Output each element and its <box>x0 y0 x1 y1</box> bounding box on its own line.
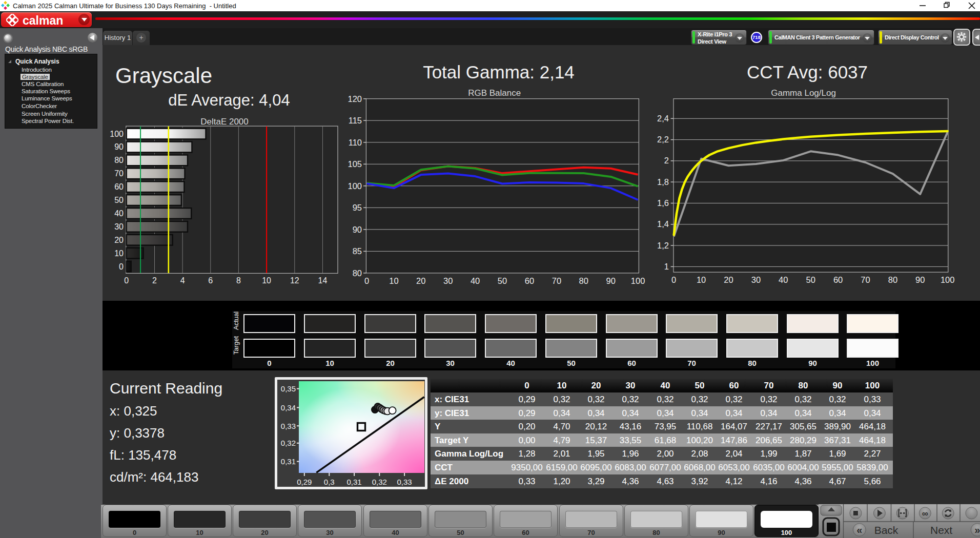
svg-text:50: 50 <box>806 275 815 284</box>
svg-text:100: 100 <box>348 181 362 191</box>
svg-text:Next: Next <box>930 524 952 536</box>
svg-text:0,3: 0,3 <box>324 478 335 486</box>
svg-text:6: 6 <box>208 276 213 285</box>
svg-text:10: 10 <box>389 276 398 285</box>
svg-text:0,34: 0,34 <box>281 403 296 412</box>
svg-text:80: 80 <box>888 275 897 284</box>
svg-text:10: 10 <box>697 275 706 284</box>
svg-text:2,4: 2,4 <box>657 114 669 123</box>
svg-text:20: 20 <box>724 275 733 284</box>
svg-text:100: 100 <box>631 276 645 285</box>
svg-text:40: 40 <box>471 276 480 285</box>
svg-text:10: 10 <box>262 276 271 285</box>
svg-text:20: 20 <box>416 276 425 285</box>
svg-text:0,32: 0,32 <box>281 439 296 447</box>
svg-text:90: 90 <box>353 225 362 234</box>
svg-text:90: 90 <box>915 275 925 284</box>
svg-text:«: « <box>856 524 862 535</box>
svg-text:70: 70 <box>114 169 124 178</box>
svg-text:30: 30 <box>443 276 453 285</box>
svg-text:0,29: 0,29 <box>297 478 312 486</box>
svg-text:2,2: 2,2 <box>657 135 669 144</box>
svg-text:40: 40 <box>114 209 124 218</box>
svg-text:0: 0 <box>671 275 676 284</box>
svg-text:Back: Back <box>874 524 899 536</box>
svg-text:80: 80 <box>579 276 588 285</box>
svg-text:60: 60 <box>525 276 534 285</box>
svg-text:50: 50 <box>114 196 124 204</box>
svg-text:120: 120 <box>348 94 362 104</box>
svg-text:0,35: 0,35 <box>281 384 296 393</box>
svg-text:1,6: 1,6 <box>657 198 669 208</box>
svg-text:0,31: 0,31 <box>346 478 361 486</box>
svg-text:100: 100 <box>110 130 124 138</box>
svg-text:14: 14 <box>318 276 328 285</box>
svg-text:0,33: 0,33 <box>281 422 296 430</box>
svg-text:70: 70 <box>861 275 870 284</box>
svg-text:12: 12 <box>290 276 299 285</box>
svg-text:1,4: 1,4 <box>657 219 669 229</box>
svg-text:0,31: 0,31 <box>281 457 296 466</box>
svg-text:105: 105 <box>348 159 362 169</box>
svg-text:115: 115 <box>349 116 362 125</box>
svg-text:0: 0 <box>124 276 129 285</box>
svg-text:4: 4 <box>180 276 185 285</box>
svg-text:20: 20 <box>114 236 124 244</box>
svg-text:DeltaE 2000: DeltaE 2000 <box>200 117 249 127</box>
svg-text:»: » <box>974 524 980 535</box>
svg-text:60: 60 <box>833 275 843 284</box>
svg-text:80: 80 <box>353 268 362 278</box>
svg-text:100: 100 <box>941 275 955 284</box>
svg-text:1,8: 1,8 <box>657 177 669 187</box>
svg-text:50: 50 <box>498 276 507 285</box>
svg-text:80: 80 <box>114 156 124 164</box>
svg-text:30: 30 <box>751 275 761 284</box>
svg-text:85: 85 <box>353 246 362 256</box>
svg-text:0,32: 0,32 <box>372 478 387 486</box>
svg-text:0,33: 0,33 <box>397 478 412 486</box>
svg-text:90: 90 <box>114 142 124 151</box>
svg-text:60: 60 <box>114 182 124 191</box>
svg-text:95: 95 <box>353 203 362 212</box>
svg-text:40: 40 <box>779 275 788 284</box>
svg-text:1,2: 1,2 <box>657 241 669 250</box>
svg-text:∞: ∞ <box>922 509 928 519</box>
svg-text:0: 0 <box>364 276 369 285</box>
svg-text:2: 2 <box>152 276 157 285</box>
svg-text:90: 90 <box>606 276 616 285</box>
svg-text:1: 1 <box>664 262 669 271</box>
svg-text:110: 110 <box>349 138 362 147</box>
svg-text:10: 10 <box>114 249 124 258</box>
svg-text:Gamma Log/Log: Gamma Log/Log <box>771 88 836 98</box>
svg-text:0: 0 <box>119 262 124 271</box>
svg-text:2: 2 <box>664 156 669 165</box>
svg-text:8: 8 <box>236 276 241 285</box>
svg-text:70: 70 <box>552 276 561 285</box>
svg-text:RGB Balance: RGB Balance <box>468 88 521 98</box>
svg-text:30: 30 <box>114 222 124 231</box>
